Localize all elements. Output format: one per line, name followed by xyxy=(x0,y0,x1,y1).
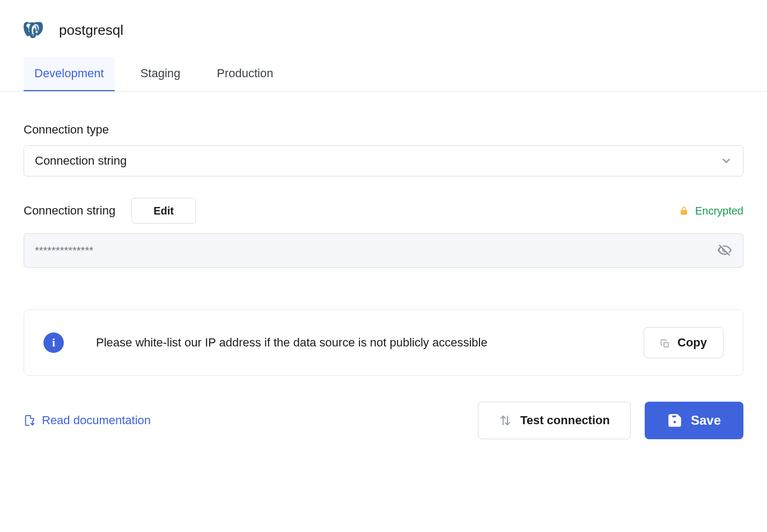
encrypted-label: Encrypted xyxy=(695,205,743,217)
page-title: postgresql xyxy=(59,22,123,39)
save-button[interactable]: Save xyxy=(645,402,743,439)
save-button-label: Save xyxy=(691,413,721,428)
doc-link-label: Read documentation xyxy=(42,413,151,427)
page-header: postgresql xyxy=(24,0,743,57)
chevron-down-icon xyxy=(720,155,732,167)
read-documentation-link[interactable]: Read documentation xyxy=(24,413,151,427)
copy-button-label: Copy xyxy=(677,336,707,350)
connection-string-label: Connection string xyxy=(24,204,115,218)
postgresql-icon xyxy=(24,20,43,40)
connection-string-input[interactable]: ************** xyxy=(24,233,743,268)
tab-staging[interactable]: Staging xyxy=(130,57,191,91)
svg-rect-0 xyxy=(664,343,668,347)
lock-icon xyxy=(679,206,689,216)
info-icon: i xyxy=(43,332,64,353)
alert-text: Please white-list our IP address if the … xyxy=(96,333,611,352)
content-area: Connection type Connection string Connec… xyxy=(24,92,743,439)
footer-row: Read documentation Test connection Save xyxy=(24,402,743,439)
tab-development[interactable]: Development xyxy=(24,57,115,91)
svg-rect-2 xyxy=(672,415,676,418)
connection-type-select[interactable]: Connection string xyxy=(24,145,743,176)
arrows-up-down-icon xyxy=(499,414,512,427)
connection-type-label: Connection type xyxy=(24,123,743,137)
save-icon xyxy=(667,413,682,428)
test-button-label: Test connection xyxy=(520,413,610,427)
ip-whitelist-alert: i Please white-list our IP address if th… xyxy=(24,309,743,376)
tab-production[interactable]: Production xyxy=(206,57,284,91)
connection-string-masked-value: ************** xyxy=(35,245,93,257)
svg-point-3 xyxy=(673,420,676,424)
copy-icon xyxy=(660,338,670,348)
test-connection-button[interactable]: Test connection xyxy=(478,402,631,439)
edit-button[interactable]: Edit xyxy=(131,198,196,224)
connection-type-value: Connection string xyxy=(35,154,127,168)
copy-button[interactable]: Copy xyxy=(644,327,724,358)
edit-button-label: Edit xyxy=(153,205,174,217)
eye-off-icon[interactable] xyxy=(717,243,732,258)
environment-tabs: Development Staging Production xyxy=(0,57,767,92)
document-icon xyxy=(24,415,35,426)
